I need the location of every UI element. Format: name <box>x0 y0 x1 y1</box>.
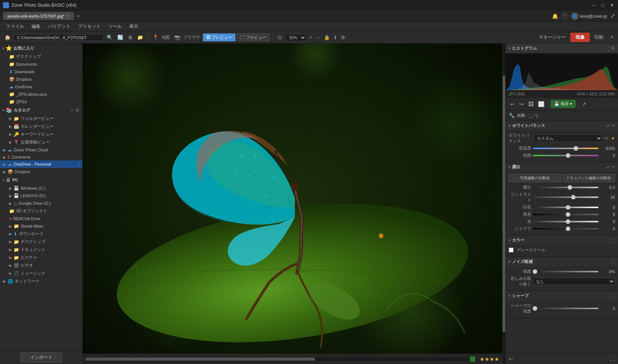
menu-view[interactable]: 表示 <box>126 23 141 30</box>
help-icon[interactable]: ? <box>561 13 568 20</box>
tab-close-icon[interactable]: ✕ <box>66 14 70 18</box>
sidebar-item-3d[interactable]: 📁 3D オブジェクト <box>0 207 82 215</box>
color-expand-btn[interactable]: ⛶ <box>611 238 615 243</box>
sidebar-item-zpsx[interactable]: 📁 ZPSX <box>0 98 82 106</box>
sidebar-item-download-pc[interactable]: ▶ ⬇ ダウンロード <box>0 230 82 238</box>
tint-slider-thumb[interactable] <box>566 153 570 158</box>
exposure-header[interactable]: ▾ 露出 ✓ ↩ <box>506 162 618 172</box>
develop-button[interactable]: 現像 <box>570 33 590 42</box>
menu-file[interactable]: ファイル <box>3 23 27 30</box>
sidebar-item-dropbox-main[interactable]: ▶ 📦 Dropbox <box>0 168 82 175</box>
catalog-settings-btn[interactable]: ⚙ <box>75 108 80 113</box>
sidebar-item-calendar-view[interactable]: ▶ 📅 カレンダービュー <box>0 122 82 130</box>
import-button[interactable]: インポート <box>21 352 62 362</box>
wb-reset-btn[interactable]: ↩ <box>612 123 615 128</box>
sidebar-item-zonerama[interactable]: ▶ Z Zonerama <box>0 154 82 160</box>
menu-preset[interactable]: プリセット <box>75 23 104 30</box>
tab-add-button[interactable]: + <box>74 13 82 20</box>
exposure-track[interactable] <box>533 187 598 188</box>
sidebar-item-pictures-pc[interactable]: ▶ 📁 ピクチャ <box>0 254 82 261</box>
wb-preset-select[interactable]: カスタム <box>533 134 602 142</box>
sidebar-item-windows-c[interactable]: ▶ 💾 Windows (C:) <box>0 184 82 192</box>
sharpen-strength-thumb[interactable] <box>533 306 537 311</box>
exposure-thumb[interactable] <box>568 185 572 190</box>
settings-button[interactable]: ⚙ <box>339 34 347 41</box>
panel-more-button[interactable]: ⛶ <box>610 356 615 362</box>
noise-strength-thumb[interactable] <box>533 269 537 274</box>
folder-button[interactable]: 📁 <box>136 34 145 41</box>
menu-tools[interactable]: ツール <box>105 23 125 30</box>
sidebar-item-dropbox[interactable]: 📦 Dropbox <box>0 76 82 83</box>
expand-icon[interactable]: ⤢ <box>610 12 615 20</box>
noise-expand-btn[interactable]: ⛶ <box>611 260 615 264</box>
wb-eyedropper-btn[interactable]: ✦ <box>611 136 615 141</box>
light-track[interactable] <box>533 221 598 222</box>
sidebar-item-skoda[interactable]: ▶ 📁 Skoda Milan <box>0 222 82 230</box>
sidebar-item-network[interactable]: ▶ 🌐 ネットワーク <box>0 277 82 285</box>
minimize-button[interactable]: ─ <box>591 2 597 8</box>
sidebar-item-google-drive[interactable]: ▶ △ Google Drive (G:) <box>0 199 82 207</box>
export-button[interactable]: ↗ <box>608 34 615 41</box>
browser-button[interactable]: 📷 <box>173 34 182 41</box>
sidebar-item-folder-view[interactable]: ▶ 📁 フォルダービュー <box>0 115 82 122</box>
menu-edit[interactable]: 編集 <box>29 23 44 30</box>
doc-auto-btn[interactable]: ドキュメント編集の自動化 <box>563 174 615 182</box>
undo-button[interactable]: ↩ <box>509 100 516 108</box>
black-track[interactable] <box>533 214 598 215</box>
print-button[interactable]: 印刷 <box>591 33 606 41</box>
white-balance-header[interactable]: ▾ ホワイトバランス ✓ ↩ <box>506 121 618 130</box>
exposure-reset-btn[interactable]: ↩ <box>612 165 615 169</box>
noise-header[interactable]: ▾ ノイズ軽減 ⛶ <box>506 257 618 266</box>
fullview-button[interactable]: ⛶ フルビュー <box>237 33 270 41</box>
sidebar-item-music-pc[interactable]: ▶ 🎵 ミュージック <box>0 269 82 277</box>
favorites-header[interactable]: ▾ ⭐ お気に入り <box>0 44 82 53</box>
catalog-new-btn[interactable]: + <box>70 108 74 113</box>
menu-variant[interactable]: バリアント <box>45 23 74 30</box>
search-button[interactable]: 🔍 <box>105 34 114 41</box>
notification-icon[interactable]: 🔔 <box>552 13 558 19</box>
sharpen-header[interactable]: ▾ シャープ ⛶ <box>506 291 618 301</box>
sidebar-item-documents-pc[interactable]: ▶ 📁 ドキュメント <box>0 246 82 254</box>
preview-button[interactable]: 🖼 プレビュー <box>203 33 236 41</box>
maximize-button[interactable]: □ <box>600 2 606 8</box>
temp-slider-thumb[interactable] <box>574 146 578 151</box>
lock-button[interactable]: 🔒 <box>322 34 331 41</box>
catalog-header[interactable]: ▾ 📚 カタログ + ⚙ <box>0 106 82 115</box>
grayscale-checkbox[interactable] <box>509 248 514 252</box>
path-input[interactable] <box>14 34 104 41</box>
sidebar-item-keyword-view[interactable]: ▶ 🔑 キーワードビュー <box>0 130 82 138</box>
sidebar-item-location-view[interactable]: ▶ 📍 位置情報ビュー <box>0 138 82 146</box>
manager-button[interactable]: マネージャー <box>536 33 569 41</box>
sidebar-item-lenovo-d[interactable]: ▶ 💾 LENOVO (D:) <box>0 192 82 199</box>
sidebar-item-video-pc[interactable]: ▶ 🎬 ビデオ <box>0 261 82 269</box>
screen-button[interactable]: 🖥 <box>126 34 134 41</box>
sharpen-strength-track[interactable] <box>533 308 598 309</box>
black-thumb[interactable] <box>566 212 570 217</box>
info-button[interactable]: ℹ <box>333 34 338 41</box>
sidebar-item-cloud[interactable]: ▶ ☁ Zoner Photo Cloud <box>0 146 82 154</box>
zoom-select[interactable]: 32% <box>285 34 306 41</box>
sidebar-item-documents[interactable]: 📁 Documents <box>0 60 82 68</box>
zoom-in-button[interactable]: + <box>308 34 314 41</box>
sidebar-item-reachit[interactable]: ● REACHit Drive <box>0 215 82 222</box>
zoom-out-button[interactable]: − <box>315 34 321 41</box>
sidebar-item-desktop[interactable]: 📁 デスクトップ <box>0 53 82 60</box>
redo-button[interactable]: ↪ <box>518 100 525 108</box>
white-thumb[interactable] <box>566 205 570 210</box>
sidebar-item-desktop-pc[interactable]: ▶ 📁 デスクトップ <box>0 238 82 246</box>
color-header[interactable]: ▾ カラー ⛶ <box>506 236 618 245</box>
histogram-expand-btn[interactable]: ⛶ <box>606 46 610 51</box>
sidebar-item-onedrive-personal[interactable]: ▶ ☁ OneDrive - Personal ↕ <box>0 160 82 168</box>
wb-preset-edit-btn[interactable]: ✏ <box>604 136 609 141</box>
histogram-settings-btn[interactable]: ⚙ <box>611 46 615 51</box>
contrast-track[interactable] <box>533 196 598 198</box>
image-adjust-button[interactable]: 🖼 <box>527 100 535 108</box>
shadow-thumb[interactable] <box>566 227 570 231</box>
histogram-header[interactable]: ▾ ヒストグラム ⛶ ⚙ <box>506 44 618 53</box>
tint-slider-track[interactable] <box>533 155 598 156</box>
toolbar-home-button[interactable]: 🏠 <box>3 34 12 41</box>
sidebar-item-downloads[interactable]: ⬇ Downloads <box>0 68 82 76</box>
fit-button[interactable]: ⊡ <box>276 34 283 41</box>
noise-strength-track[interactable] <box>533 271 598 272</box>
contrast-thumb[interactable] <box>571 195 576 199</box>
